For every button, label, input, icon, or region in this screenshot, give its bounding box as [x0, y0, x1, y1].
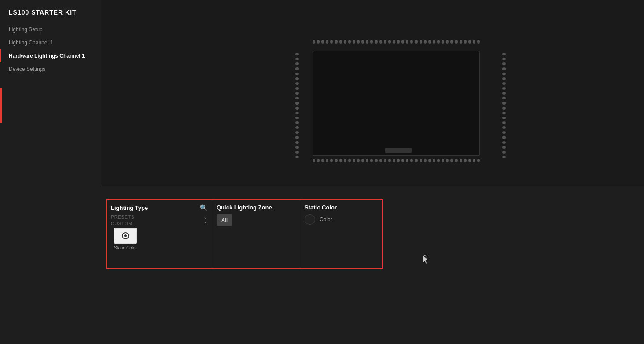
monitor-stand: [385, 148, 412, 153]
led-dot: [502, 73, 506, 75]
presets-label: PRESETS ⌄: [111, 215, 207, 220]
static-color-section: Static Color Color: [300, 200, 382, 268]
led-dot: [433, 159, 435, 162]
led-dot: [502, 126, 506, 129]
led-dot: [295, 58, 299, 60]
led-dot: [433, 40, 435, 44]
lighting-type-section: Lighting Type 🔍 PRESETS ⌄ CUSTOM ⌃: [107, 200, 212, 268]
led-dot: [455, 159, 457, 162]
lighting-type-header: Lighting Type 🔍: [111, 204, 207, 211]
led-dot: [502, 82, 506, 85]
led-dot: [321, 159, 324, 162]
led-dot: [415, 40, 417, 44]
led-dot: [295, 67, 299, 70]
sidebar-item-label: Hardware Lightings Channel 1: [9, 53, 85, 59]
led-dot: [502, 151, 506, 154]
sidebar-item-label: Lighting Setup: [9, 26, 43, 33]
static-color-header: Static Color: [305, 204, 378, 211]
led-dot: [502, 102, 506, 104]
static-color-section-title: Static Color: [305, 204, 337, 211]
led-dot: [335, 40, 337, 44]
led-strip-top: [313, 35, 480, 48]
led-dot: [313, 159, 315, 162]
led-dot: [502, 77, 506, 80]
led-dot: [321, 40, 324, 44]
led-dot: [442, 40, 444, 44]
led-dot: [450, 159, 453, 162]
led-dot: [477, 159, 480, 162]
lighting-type-title: Lighting Type: [111, 205, 148, 211]
led-dot: [502, 146, 506, 149]
led-dot: [393, 40, 395, 44]
led-dot: [502, 131, 506, 134]
led-dot: [393, 159, 395, 162]
led-dot: [477, 40, 480, 44]
led-dot: [313, 40, 315, 44]
led-dot: [428, 159, 431, 162]
led-dot: [295, 77, 299, 80]
led-dot: [326, 159, 328, 162]
sidebar-item-hardware-lightings-channel-1[interactable]: Hardware Lightings Channel 1: [0, 49, 101, 62]
main-content: Lighting Type 🔍 PRESETS ⌄ CUSTOM ⌃: [101, 0, 644, 344]
led-dot: [502, 92, 506, 95]
monitor-screen: [313, 51, 480, 156]
led-dot: [446, 40, 449, 44]
app-title: LS100 STARTER KIT: [0, 9, 101, 23]
color-swatch[interactable]: [305, 214, 315, 225]
led-dot: [344, 159, 346, 162]
device-visualization: [291, 35, 511, 176]
color-label: Color: [320, 216, 332, 223]
led-dot: [348, 159, 351, 162]
led-dot: [295, 102, 299, 104]
chevron-up-icon[interactable]: ⌃: [203, 221, 207, 226]
led-dot: [406, 159, 408, 162]
sidebar-item-device-settings[interactable]: Device Settings: [0, 62, 101, 76]
led-dot: [379, 159, 382, 162]
all-zone-button[interactable]: All: [217, 214, 232, 226]
led-dot: [295, 156, 299, 158]
led-dot: [502, 67, 506, 70]
led-dot: [384, 40, 386, 44]
led-dot: [397, 40, 400, 44]
led-dot: [420, 159, 422, 162]
led-dot: [502, 107, 506, 110]
led-dot: [326, 40, 328, 44]
led-dot: [502, 141, 506, 144]
chevron-down-icon[interactable]: ⌄: [203, 215, 207, 220]
led-dot: [502, 121, 506, 124]
sidebar-item-lighting-setup[interactable]: Lighting Setup: [0, 23, 101, 36]
led-strip-right: [497, 53, 511, 158]
circle-icon: [122, 232, 129, 239]
led-dot: [295, 53, 299, 55]
led-dot: [388, 159, 391, 162]
sidebar-item-label: Device Settings: [9, 66, 45, 72]
circle-dot: [124, 234, 127, 237]
led-dot: [446, 159, 449, 162]
led-dot: [424, 40, 427, 44]
led-dot: [397, 159, 400, 162]
led-dot: [370, 159, 373, 162]
led-dot: [353, 159, 355, 162]
led-dot: [366, 40, 368, 44]
led-dot: [410, 40, 413, 44]
led-dot: [502, 97, 506, 99]
led-dot: [437, 159, 440, 162]
led-dot: [339, 159, 342, 162]
all-zone-label: All: [221, 217, 228, 223]
led-dot: [344, 40, 346, 44]
lighting-panel: Lighting Type 🔍 PRESETS ⌄ CUSTOM ⌃: [106, 199, 383, 269]
quick-lighting-zone-section: Quick Lighting Zone All: [212, 200, 300, 268]
led-dot: [295, 87, 299, 90]
led-dot: [502, 53, 506, 55]
search-icon[interactable]: 🔍: [200, 204, 207, 211]
led-dot: [410, 159, 413, 162]
sidebar-item-lighting-channel-1[interactable]: Lighting Channel 1: [0, 36, 101, 49]
led-dot: [502, 87, 506, 90]
led-dot: [295, 146, 299, 149]
static-color-label: Static Color: [114, 245, 137, 250]
static-color-button[interactable]: Static Color: [111, 228, 140, 250]
led-dot: [339, 40, 342, 44]
led-dot: [295, 121, 299, 124]
sidebar: LS100 STARTER KIT Lighting Setup Lightin…: [0, 0, 101, 344]
led-dot: [455, 40, 457, 44]
